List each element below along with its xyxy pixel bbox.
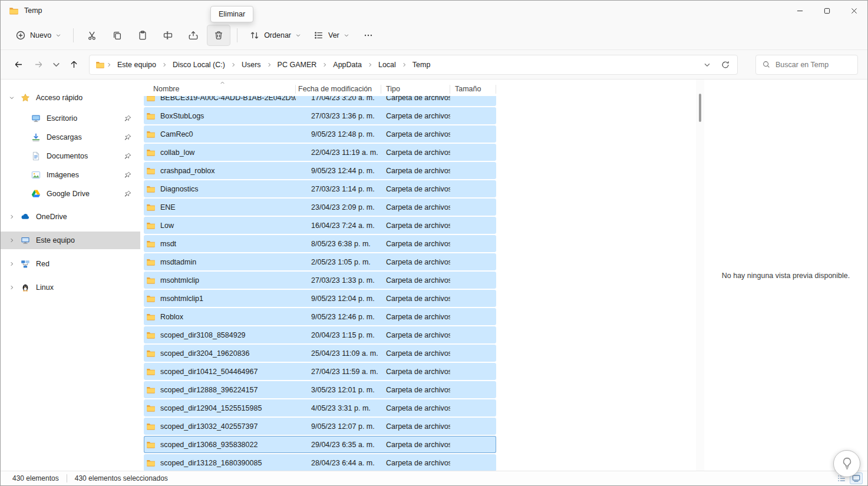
sidebar-item-descargas[interactable]: Descargas: [1, 128, 140, 147]
file-row[interactable]: scoped_dir3108_858492920/04/23 1:15 p. m…: [144, 326, 496, 343]
folder-icon: [146, 385, 156, 395]
file-row[interactable]: msohtmlclip27/03/23 1:33 p. m.Carpeta de…: [144, 272, 496, 289]
more-button[interactable]: [357, 25, 380, 46]
folder-icon: [146, 312, 156, 322]
file-row[interactable]: msdtadmin2/05/23 1:05 p. m.Carpeta de ar…: [144, 253, 496, 270]
breadcrumb-chevron-icon: [161, 62, 167, 68]
close-button[interactable]: [840, 1, 867, 21]
file-date: 9/05/23 12:04 p. m.: [296, 295, 381, 303]
help-bubble[interactable]: [833, 450, 860, 477]
chevron-right-icon: [9, 285, 15, 290]
file-row[interactable]: msdt8/05/23 6:38 p. m.Carpeta de archivo…: [144, 235, 496, 252]
file-row[interactable]: BoxStubLogs27/03/23 1:36 p. m.Carpeta de…: [144, 107, 496, 124]
chevron-down-icon[interactable]: [9, 95, 15, 101]
file-name-cell: CamRec0: [144, 130, 296, 139]
share-button[interactable]: [181, 25, 205, 46]
sidebar-tree: OneDriveEste equipoRedLinux: [1, 208, 140, 296]
column-header-tipo[interactable]: Tipo: [381, 82, 450, 96]
chevron-down-icon: [295, 32, 301, 38]
copy-button[interactable]: [105, 25, 129, 46]
window-controls: [786, 1, 867, 21]
breadcrumb-item[interactable]: Temp: [408, 58, 435, 72]
file-name: Low: [160, 221, 174, 230]
sidebar-item-label: Linux: [36, 283, 54, 292]
sidebar-item-red[interactable]: Red: [1, 255, 140, 273]
refresh-icon[interactable]: [721, 60, 730, 70]
breadcrumb-item[interactable]: Local: [374, 58, 400, 72]
breadcrumb-item[interactable]: PC GAMER: [273, 58, 321, 72]
scissors-icon: [87, 30, 97, 41]
file-name-cell: scoped_dir12904_1525515985: [144, 404, 296, 413]
address-dropdown-icon[interactable]: [703, 61, 711, 69]
minimize-button[interactable]: [786, 1, 813, 21]
file-row[interactable]: BEBCE319-A00C-4ADD-B1AB-2E042D9AB...17/0…: [144, 96, 496, 106]
sidebar-item-label: OneDrive: [36, 213, 67, 221]
up-button[interactable]: [64, 55, 83, 74]
maximize-button[interactable]: [813, 1, 840, 21]
pin-icon: [124, 114, 132, 123]
file-row[interactable]: crashpad_roblox9/05/23 12:44 p. m.Carpet…: [144, 162, 496, 179]
sidebar-item-onedrive[interactable]: OneDrive: [1, 208, 140, 226]
file-row[interactable]: scoped_dir13068_93583802229/04/23 6:35 a…: [144, 436, 496, 453]
file-name: scoped_dir13032_402557397: [160, 422, 258, 431]
paste-button[interactable]: [131, 25, 154, 46]
file-row[interactable]: CamRec09/05/23 12:48 p. m.Carpeta de arc…: [144, 125, 496, 143]
column-header-nombre[interactable]: Nombre: [144, 82, 296, 96]
history-dropdown-button[interactable]: [49, 55, 63, 74]
breadcrumb-item[interactable]: Users: [237, 58, 265, 72]
file-type: Carpeta de archivos: [381, 422, 450, 431]
file-row[interactable]: scoped_dir10412_50446496727/04/23 11:59 …: [144, 363, 496, 380]
sidebar-item-escritorio[interactable]: Escritorio: [1, 109, 140, 128]
breadcrumb-chevron-icon: [401, 62, 407, 68]
file-name-cell: BoxStubLogs: [144, 111, 296, 121]
file-row[interactable]: Low16/04/23 7:24 a. m.Carpeta de archivo…: [144, 217, 496, 234]
search-input[interactable]: [775, 61, 852, 69]
new-button[interactable]: Nuevo: [10, 25, 67, 46]
sort-button[interactable]: Ordenar: [244, 25, 306, 46]
file-row[interactable]: scoped_dir3204_1962083625/04/23 11:09 a.…: [144, 345, 496, 362]
file-row[interactable]: ENE23/04/23 2:09 p. m.Carpeta de archivo…: [144, 199, 496, 216]
column-header-fecha[interactable]: Fecha de modificación: [296, 82, 381, 96]
rename-icon: [163, 30, 173, 41]
vertical-scrollbar[interactable]: [696, 80, 704, 471]
sidebar-item-acceso-rapido[interactable]: Acceso rápido: [1, 89, 140, 107]
file-date: 27/03/23 1:36 p. m.: [296, 112, 381, 120]
file-name: msohtmlclip: [160, 276, 199, 285]
sidebar-item-google-drive[interactable]: Google Drive: [1, 184, 140, 203]
sidebar: Acceso rápido EscritorioDescargasDocumen…: [1, 80, 140, 471]
breadcrumb-item[interactable]: Disco Local (C:): [169, 58, 229, 72]
sidebar-item-documentos[interactable]: Documentos: [1, 147, 140, 166]
linux-icon: [21, 283, 30, 292]
share-icon: [188, 30, 199, 41]
status-separator: [67, 474, 67, 482]
sidebar-item-linux[interactable]: Linux: [1, 279, 140, 296]
file-row[interactable]: scoped_dir13128_168039008528/04/23 6:44 …: [144, 454, 496, 471]
scrollbar-thumb[interactable]: [699, 94, 701, 122]
file-row[interactable]: Roblox9/05/23 12:46 p. m.Carpeta de arch…: [144, 308, 496, 325]
delete-button[interactable]: [207, 25, 230, 46]
breadcrumb-item[interactable]: AppData: [329, 58, 366, 72]
forward-button[interactable]: [29, 55, 48, 74]
file-type: Carpeta de archivos: [381, 349, 450, 358]
column-header-tamano[interactable]: Tamaño: [450, 82, 496, 96]
rename-button[interactable]: [156, 25, 180, 46]
address-bar[interactable]: Este equipoDisco Local (C:)UsersPC GAMER…: [89, 55, 738, 75]
back-button[interactable]: [9, 55, 28, 74]
file-row[interactable]: scoped_dir12904_15255159854/05/23 3:31 p…: [144, 399, 496, 416]
file-row[interactable]: msohtmlclip19/05/23 12:04 p. m.Carpeta d…: [144, 290, 496, 307]
file-name: scoped_dir13068_935838022: [160, 441, 258, 449]
file-row[interactable]: collab_low22/04/23 11:19 a. m.Carpeta de…: [144, 144, 496, 161]
file-date: 9/05/23 12:07 p. m.: [296, 422, 381, 431]
file-name-cell: msdtadmin: [144, 257, 296, 267]
file-row[interactable]: Diagnostics27/03/23 1:14 p. m.Carpeta de…: [144, 180, 496, 197]
file-row[interactable]: scoped_dir12888_3962241573/05/23 12:01 p…: [144, 381, 496, 398]
file-row[interactable]: scoped_dir13032_4025573979/05/23 12:07 p…: [144, 418, 496, 435]
file-name: BoxStubLogs: [160, 112, 204, 120]
sidebar-item-imagenes[interactable]: Imágenes: [1, 166, 140, 184]
sidebar-item-este-equipo[interactable]: Este equipo: [1, 232, 140, 249]
file-date: 9/05/23 12:48 p. m.: [296, 130, 381, 138]
cut-button[interactable]: [80, 25, 104, 46]
breadcrumb-item[interactable]: Este equipo: [113, 58, 160, 72]
view-button[interactable]: Ver: [308, 25, 355, 46]
title-bar: Temp: [1, 1, 867, 21]
